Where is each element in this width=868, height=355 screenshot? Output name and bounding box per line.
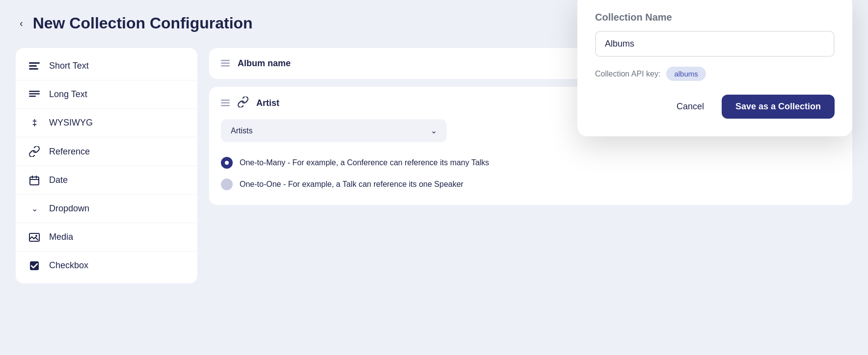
save-collection-button[interactable]: Save as a Collection <box>722 95 835 119</box>
sidebar-item-checkbox[interactable]: Checkbox <box>16 252 197 279</box>
long-text-icon <box>27 91 41 99</box>
sidebar-item-reference[interactable]: Reference <box>16 137 197 166</box>
svg-rect-14 <box>221 102 230 103</box>
api-key-label: Collection API key: <box>595 70 660 78</box>
media-icon <box>27 233 41 242</box>
page-title: New Collection Configuration <box>33 14 253 32</box>
svg-rect-3 <box>29 91 40 92</box>
svg-rect-0 <box>29 62 40 64</box>
wysiwyg-icon: ‡ <box>27 118 41 128</box>
header-left: ‹ New Collection Configuration <box>16 14 253 32</box>
sidebar-item-label: Media <box>49 232 73 242</box>
sidebar-item-label: Long Text <box>49 89 87 100</box>
reference-icon <box>27 146 41 157</box>
main-layout: Short Text Long Text ‡ WYSIWYG <box>16 48 852 349</box>
svg-rect-2 <box>29 68 38 70</box>
artists-select[interactable]: Artists ⌄ <box>221 119 447 142</box>
radio-option-one-to-many[interactable]: One-to-Many - For example, a Conference … <box>221 152 841 174</box>
svg-rect-11 <box>221 63 230 64</box>
reference-field-icon <box>238 97 248 109</box>
radio-option-one-to-one[interactable]: One-to-One - For example, a Talk can ref… <box>221 174 841 195</box>
artist-field-label: Artist <box>256 98 279 108</box>
album-name-field-label: Album name <box>238 58 291 69</box>
api-key-badge: albums <box>666 67 705 81</box>
date-icon <box>27 176 41 185</box>
svg-point-8 <box>35 235 37 237</box>
cancel-button[interactable]: Cancel <box>669 96 712 118</box>
api-key-row: Collection API key: albums <box>595 67 835 81</box>
radio-option-label: One-to-One - For example, a Talk can ref… <box>240 180 463 189</box>
sidebar-item-label: WYSIWYG <box>49 118 93 128</box>
modal-title: Collection Name <box>595 12 835 23</box>
svg-rect-15 <box>221 105 230 106</box>
sidebar-item-label: Dropdown <box>49 203 89 214</box>
svg-rect-13 <box>221 100 230 101</box>
sidebar-item-label: Reference <box>49 147 90 157</box>
drag-handle-icon <box>221 58 230 69</box>
back-button[interactable]: ‹ <box>16 16 27 31</box>
sidebar-item-wysiwyg[interactable]: ‡ WYSIWYG <box>16 109 197 137</box>
checkbox-icon <box>27 261 41 271</box>
sidebar-item-dropdown[interactable]: ⌄ Dropdown <box>16 195 197 223</box>
svg-rect-4 <box>29 93 40 95</box>
drag-handle-icon <box>221 98 230 109</box>
collection-name-input[interactable] <box>595 31 835 57</box>
artists-select-label: Artists <box>231 127 252 135</box>
svg-rect-5 <box>29 96 36 97</box>
dropdown-icon: ⌄ <box>27 204 41 213</box>
short-text-icon <box>27 62 41 70</box>
sidebar-item-short-text[interactable]: Short Text <box>16 52 197 80</box>
sidebar-item-label: Short Text <box>49 61 89 71</box>
sidebar-item-label: Checkbox <box>49 260 88 271</box>
svg-rect-12 <box>221 65 230 67</box>
sidebar-item-long-text[interactable]: Long Text <box>16 80 197 109</box>
svg-rect-6 <box>30 177 39 185</box>
svg-rect-1 <box>29 65 37 67</box>
radio-option-label: One-to-Many - For example, a Conference … <box>240 158 489 167</box>
content-area: Album name <box>209 48 852 349</box>
sidebar-item-label: Date <box>49 175 68 185</box>
radio-selected-icon <box>221 157 233 169</box>
svg-rect-10 <box>221 60 230 61</box>
save-collection-modal: Collection Name Collection API key: albu… <box>577 0 852 136</box>
sidebar-item-date[interactable]: Date <box>16 166 197 195</box>
radio-unselected-icon <box>221 178 233 190</box>
page: ‹ New Collection Configuration Album nam… <box>0 0 868 355</box>
sidebar-item-media[interactable]: Media <box>16 223 197 252</box>
chevron-down-icon: ⌄ <box>431 126 437 135</box>
sidebar: Short Text Long Text ‡ WYSIWYG <box>16 48 197 283</box>
modal-actions: Cancel Save as a Collection <box>595 95 835 119</box>
